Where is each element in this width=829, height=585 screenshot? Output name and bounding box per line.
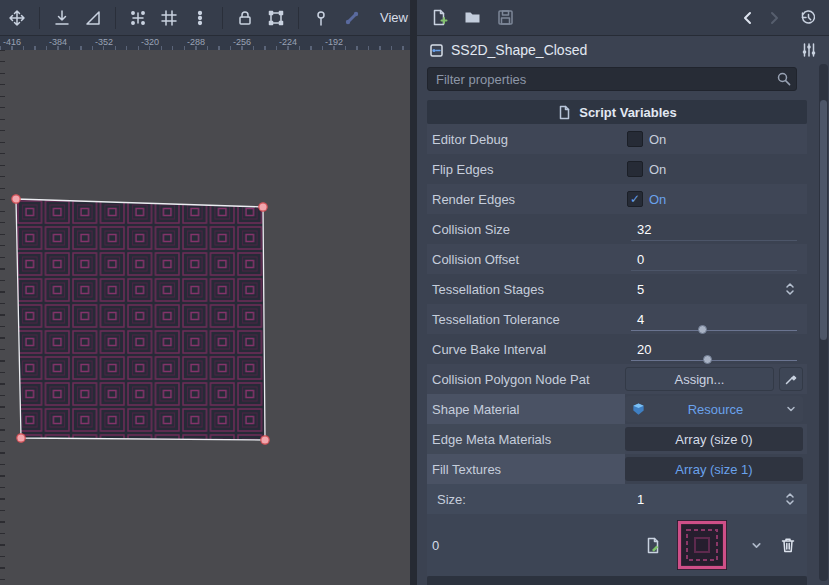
- item-caret-icon[interactable]: [750, 539, 763, 552]
- property-label: Tessellation Tolerance: [427, 312, 625, 327]
- property-label: Shape Material: [427, 394, 625, 424]
- checkbox[interactable]: [627, 131, 643, 147]
- pin-icon[interactable]: [312, 9, 330, 27]
- script-icon: [557, 105, 572, 120]
- property-row: Fill Textures Array (size 1): [427, 454, 807, 484]
- inspector-properties: Script Variables Editor Debug On Flip Ed…: [427, 94, 807, 585]
- grid-snap-icon[interactable]: [160, 9, 178, 27]
- array-size-field[interactable]: 1: [625, 484, 803, 514]
- spin-field[interactable]: 5: [625, 274, 803, 304]
- spinner-icon[interactable]: [783, 281, 797, 297]
- checkbox[interactable]: [627, 161, 643, 177]
- node-name: SS2D_Shape_Closed: [451, 42, 587, 58]
- property-label: Render Edges: [427, 192, 625, 207]
- property-label: Flip Edges: [427, 162, 625, 177]
- shape-handle[interactable]: [259, 203, 267, 211]
- view-menu-button[interactable]: View: [374, 7, 414, 28]
- property-label: Fill Textures: [427, 454, 625, 484]
- triangle-ruler-icon[interactable]: [84, 9, 102, 27]
- number-value: 4: [637, 312, 644, 327]
- resource-dropdown[interactable]: Resource: [625, 396, 803, 422]
- pick-icon: [784, 372, 798, 386]
- search-icon: [776, 71, 792, 87]
- checkbox-label: On: [649, 192, 666, 207]
- checkbox-checked[interactable]: ✓: [627, 191, 643, 207]
- scrollbar-thumb[interactable]: [820, 100, 827, 340]
- array-editor: Size: 1 0: [427, 484, 807, 576]
- insert-point-icon[interactable]: [53, 9, 71, 27]
- shape-handle[interactable]: [261, 436, 269, 444]
- property-row: Flip Edges On: [427, 154, 807, 184]
- move-points-icon[interactable]: [8, 9, 26, 27]
- inspector-scrollbar[interactable]: [819, 64, 828, 581]
- property-row: Collision Polygon Node Pat Assign...: [427, 364, 807, 394]
- property-label: Editor Debug: [427, 132, 625, 147]
- viewport-toolbar: View: [0, 0, 410, 36]
- toolbar-separator: [298, 7, 299, 29]
- array-size-label: Size:: [427, 492, 625, 507]
- property-row: Tessellation Tolerance 4: [427, 304, 807, 334]
- category-label: Script Variables: [579, 105, 677, 120]
- canvas-area[interactable]: [0, 50, 410, 585]
- toolbar-separator: [115, 7, 116, 29]
- property-row: Editor Debug On: [427, 124, 807, 154]
- dropdown-caret-icon: [785, 403, 797, 415]
- snap-settings-icon[interactable]: [129, 9, 147, 27]
- array-button[interactable]: Array (size 0): [625, 427, 803, 451]
- property-row: Edge Meta Materials Array (size 0): [427, 424, 807, 454]
- number-value: 0: [637, 252, 644, 267]
- category-script-variables[interactable]: Script Variables: [427, 100, 807, 124]
- slider-field[interactable]: 4: [625, 304, 803, 334]
- save-icon[interactable]: [497, 9, 514, 26]
- panel-divider[interactable]: [410, 0, 417, 585]
- lock-icon[interactable]: [236, 9, 254, 27]
- shape-handle[interactable]: [17, 434, 25, 442]
- spinner-icon[interactable]: [783, 491, 797, 507]
- back-icon[interactable]: [740, 10, 756, 26]
- group-icon[interactable]: [267, 9, 285, 27]
- inspector-options-icon[interactable]: [801, 42, 817, 58]
- bone-icon[interactable]: [343, 9, 361, 27]
- forward-icon[interactable]: [766, 10, 782, 26]
- shape-polygon[interactable]: [16, 199, 265, 440]
- load-resource-icon[interactable]: [464, 9, 481, 26]
- history-icon[interactable]: [800, 9, 817, 26]
- pick-node-button[interactable]: [779, 367, 803, 391]
- resource-cube-icon: [631, 402, 646, 417]
- slider-grabber[interactable]: [703, 355, 712, 364]
- search-input[interactable]: [427, 67, 797, 91]
- array-size-row: Size: 1: [427, 484, 807, 514]
- number-field[interactable]: 0: [625, 244, 803, 274]
- number-field[interactable]: 32: [625, 214, 803, 244]
- checkbox-label: On: [649, 132, 666, 147]
- assign-button[interactable]: Assign...: [625, 367, 774, 391]
- toolbar-separator: [39, 7, 40, 29]
- inspector-toolbar: [417, 0, 829, 36]
- godot-editor-window: View -416 -384 -352 -320 -288 -256 -224 …: [0, 0, 829, 585]
- edit-resource-icon[interactable]: [645, 537, 662, 554]
- property-row: Collision Offset 0: [427, 244, 807, 274]
- shape-drawing: [0, 50, 410, 585]
- check-icon: ✓: [630, 193, 640, 205]
- texture-thumbnail[interactable]: [676, 519, 728, 571]
- delete-icon[interactable]: [779, 536, 797, 554]
- array-item-index: 0: [432, 538, 645, 553]
- property-row: Tessellation Stages 5: [427, 274, 807, 304]
- canvas-viewport[interactable]: View -416 -384 -352 -320 -288 -256 -224 …: [0, 0, 410, 585]
- property-label: Tessellation Stages: [427, 282, 625, 297]
- array-item-row: 0: [427, 514, 807, 576]
- property-label: Collision Offset: [427, 252, 625, 267]
- new-resource-icon[interactable]: [431, 9, 448, 26]
- array-button-expanded[interactable]: Array (size 1): [625, 457, 803, 481]
- property-label: Edge Meta Materials: [427, 424, 625, 454]
- checkbox-label: On: [649, 162, 666, 177]
- property-row: Collision Size 32: [427, 214, 807, 244]
- overflow-menu-icon[interactable]: [191, 9, 209, 27]
- shape-handle[interactable]: [12, 195, 20, 203]
- inspector-panel: SS2D_Shape_Closed Script Variables Edito…: [417, 0, 829, 585]
- property-label: Collision Size: [427, 222, 625, 237]
- toolbar-separator: [222, 7, 223, 29]
- property-row: Curve Bake Interval 20: [427, 334, 807, 364]
- slider-field[interactable]: 20: [625, 334, 803, 364]
- slider-grabber[interactable]: [698, 325, 707, 334]
